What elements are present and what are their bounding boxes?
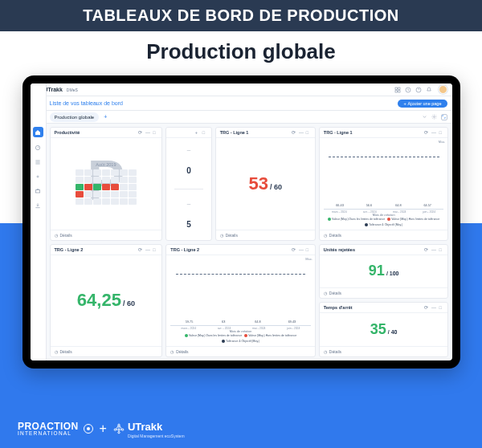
proaction-logo-text: PROACTION <box>18 422 79 431</box>
add-page-button[interactable]: + Ajouter une page <box>398 100 447 108</box>
refresh-icon[interactable]: ⟳ <box>424 305 429 310</box>
more-icon[interactable]: ⋯ <box>431 247 436 252</box>
target-line <box>176 274 305 275</box>
plus-icon: + <box>403 101 406 106</box>
card-trg-l2-number: TRG - Ligne 2 ⟳⋯□ 64,25 / 60 ◷Détails <box>50 244 163 358</box>
calendar-grid[interactable] <box>76 169 137 205</box>
app-topbar: UTrakk DMeS ? <box>31 83 452 96</box>
card-title: TRG - Ligne 2 <box>170 247 199 252</box>
plus-separator: + <box>100 422 107 436</box>
kpi-denom: / 60 <box>270 183 282 191</box>
close-icon[interactable]: □ <box>306 130 311 135</box>
grid-icon[interactable] <box>394 86 402 93</box>
card-unites-rejetees: Unités rejetées ⟳⋯□ 91 / 100 ◷Détails <box>319 244 449 299</box>
refresh-icon[interactable]: ⟳ <box>138 130 143 135</box>
dashboards-header: Liste de vos tableaux de bord + Ajouter … <box>31 96 452 111</box>
kpi-value: 35 <box>370 321 386 338</box>
details-link[interactable]: Détails <box>226 233 238 238</box>
card-grid: Productivité ⟳ ⋯ □ P Août 2019 <box>47 124 452 360</box>
refresh-icon[interactable]: ⟳ <box>424 130 429 135</box>
plus-icon[interactable]: + <box>195 130 200 135</box>
chart-legend: Valeur (Moy.) Dans les limites de toléra… <box>324 217 444 227</box>
more-icon[interactable]: ⋯ <box>145 130 150 135</box>
chart-legend: Valeur (Moy.) Dans les limites de toléra… <box>170 333 311 344</box>
more-icon[interactable]: ⋯ <box>431 305 436 310</box>
add-page-label: Ajouter une page <box>408 101 442 106</box>
details-link[interactable]: Détails <box>329 291 341 295</box>
more-icon[interactable]: ⋯ <box>299 247 304 252</box>
refresh-icon[interactable]: ⟳ <box>424 247 429 252</box>
svg-rect-6 <box>395 90 397 92</box>
svg-rect-7 <box>398 90 400 92</box>
more-icon[interactable]: ⋯ <box>299 130 304 135</box>
stat-label: — <box>187 202 191 206</box>
tab-production-globale[interactable]: Production globale <box>50 112 100 122</box>
add-tab-button[interactable]: + <box>104 114 107 120</box>
details-link[interactable]: Détails <box>176 349 188 354</box>
close-icon[interactable]: □ <box>153 130 157 135</box>
help-icon[interactable]: ? <box>415 86 423 93</box>
expand-icon[interactable] <box>441 114 447 120</box>
svg-rect-4 <box>395 88 397 89</box>
sidebar-item-dashboard[interactable] <box>34 144 42 152</box>
sidebar-item-home[interactable] <box>33 127 43 137</box>
close-icon[interactable]: □ <box>153 247 157 252</box>
clock-icon[interactable] <box>405 86 412 93</box>
sidebar <box>31 83 47 360</box>
bell-icon[interactable] <box>426 86 433 93</box>
target-line <box>329 157 439 157</box>
close-icon[interactable]: □ <box>439 130 443 135</box>
close-icon[interactable]: □ <box>439 247 443 252</box>
utrakk-logo-icon <box>113 423 125 434</box>
svg-rect-5 <box>398 88 400 89</box>
stat-label: — <box>187 149 191 153</box>
refresh-icon[interactable]: ⟳ <box>292 247 296 252</box>
chevron-down-icon[interactable] <box>422 114 428 120</box>
sidebar-item-gear[interactable] <box>34 173 42 181</box>
svg-rect-14 <box>35 190 39 193</box>
details-link[interactable]: Détails <box>60 349 72 354</box>
close-icon[interactable]: □ <box>306 247 311 252</box>
svg-point-13 <box>37 176 39 177</box>
clock-small-icon: ◷ <box>55 233 58 238</box>
sidebar-item-list[interactable] <box>34 158 42 166</box>
kpi-denom: / 60 <box>123 299 135 307</box>
svg-point-11 <box>434 116 435 118</box>
card-title: TRG - Ligne 1 <box>220 130 249 135</box>
more-icon[interactable]: ⋯ <box>145 247 150 252</box>
svg-point-18 <box>118 432 120 434</box>
details-link[interactable]: Détails <box>329 349 341 354</box>
kpi-denom: / 100 <box>386 271 399 276</box>
page-title: Liste de vos tableaux de bord <box>50 100 123 106</box>
more-icon[interactable]: ⋯ <box>431 130 436 135</box>
card-trg-l2-chart: TRG - Ligne 2 ⟳⋯□ Max. 59.75 63 64.8 <box>165 244 316 358</box>
proaction-ring-icon <box>84 424 93 434</box>
gear-icon[interactable] <box>431 114 438 120</box>
refresh-icon[interactable]: ⟳ <box>292 130 296 135</box>
details-link[interactable]: Détails <box>329 233 341 238</box>
card-title: Productivité <box>55 130 80 135</box>
refresh-icon[interactable]: ⟳ <box>138 247 143 252</box>
details-link[interactable]: Détails <box>60 233 72 238</box>
sidebar-item-download[interactable] <box>34 202 42 210</box>
card-title: TRG - Ligne 2 <box>55 247 84 252</box>
stat-value-1: 0 <box>186 166 191 175</box>
brand-subname: DMeS <box>67 88 78 92</box>
tab-bar: Production globale + <box>31 111 452 124</box>
kpi-value: 53 <box>249 173 268 194</box>
stat-value-2: 5 <box>186 220 191 229</box>
kpi-value: 64,25 <box>77 290 121 311</box>
monitor-frame: UTrakk DMeS ? Liste de vos tableaux de b… <box>22 75 460 369</box>
close-icon[interactable]: □ <box>439 305 443 310</box>
card-trg-l1-number: TRG - Ligne 1 ⟳⋯□ 53 / 60 ◷Détails <box>215 127 316 241</box>
card-productivite: Productivité ⟳ ⋯ □ P Août 2019 <box>50 127 163 241</box>
sidebar-item-org[interactable] <box>34 187 42 195</box>
app-screen: UTrakk DMeS ? Liste de vos tableaux de b… <box>31 83 452 360</box>
card-title: Unités rejetées <box>324 247 355 252</box>
proaction-logo-sub: INTERNATIONAL <box>18 431 79 437</box>
utrakk-logo-text: UTrakk <box>128 421 162 433</box>
avatar[interactable] <box>439 85 447 94</box>
utrakk-logo-sub: Digital Management ecoSystem <box>128 434 185 438</box>
close-icon[interactable]: □ <box>202 130 207 135</box>
bar-chart: 59.75 63 64.8 69.43 mars - 2024 avr. - 2… <box>170 258 311 344</box>
